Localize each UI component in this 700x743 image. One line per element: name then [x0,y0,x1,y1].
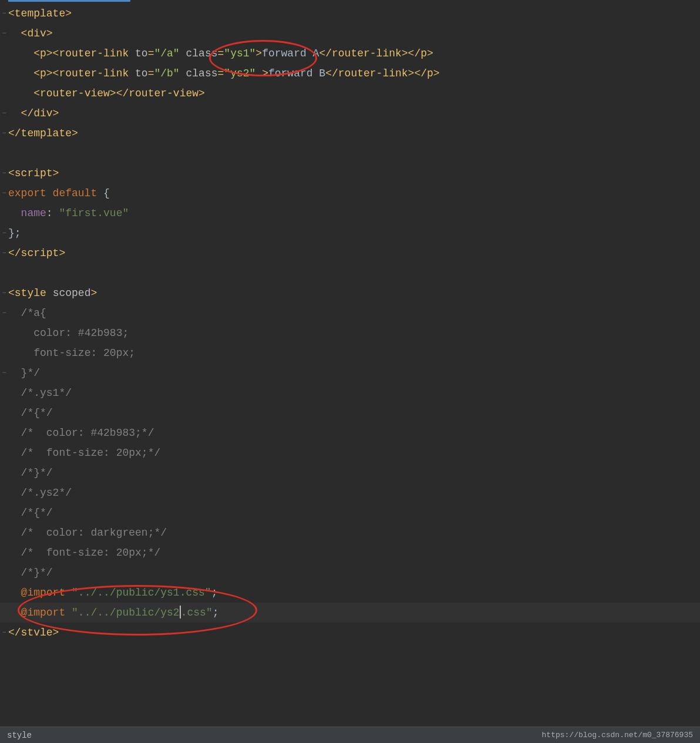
code-line[interactable]: /*{*/ [8,503,700,523]
code-token [8,547,21,559]
code-line[interactable]: /*}*/ [8,463,700,483]
code-token: : [46,207,59,219]
code-line[interactable]: }; [8,223,700,243]
code-line[interactable]: <template> [8,4,700,23]
fold-marker-icon[interactable]: − [0,123,8,143]
code-token [180,48,186,59]
code-line[interactable] [8,263,700,283]
code-line[interactable]: /*.ys1*/ [8,383,700,403]
code-token: <style [8,287,53,299]
code-token: forward B [268,68,325,79]
code-line[interactable] [8,143,700,163]
code-token: = [218,48,224,59]
code-line[interactable]: /*}*/ [8,563,700,583]
fold-marker-icon[interactable]: − [0,103,8,123]
code-line[interactable]: <p><router-link to="/b" class="ys2" >for… [8,63,700,83]
code-token: { [97,187,110,199]
code-token [8,587,21,599]
code-token: forward A [262,48,319,59]
fold-marker-icon[interactable]: − [0,303,8,323]
code-editor[interactable]: <template> <div> <p><router-link to="/a"… [0,0,700,643]
code-token: /* font-size: 20px;*/ [21,447,161,459]
code-token: "/b" [154,68,179,79]
fold-marker-icon[interactable]: − [0,223,8,243]
code-token [8,467,21,479]
code-token [8,487,21,499]
code-token: > [90,287,97,299]
code-token [8,407,21,419]
code-token: }*/ [21,367,40,379]
code-line[interactable]: name: "first.vue" [8,203,700,223]
code-token [8,507,21,519]
code-token [8,427,21,439]
code-line[interactable]: /* color: #42b983;*/ [8,423,700,443]
code-token: class [186,48,218,59]
code-line[interactable]: </div> [8,103,700,123]
code-token: "../../public/ys1.css" [72,587,211,599]
code-token: "ys1" [224,48,255,59]
code-token [8,68,33,79]
code-token: </router-link></p> [319,48,433,59]
code-line[interactable]: </template> [8,123,700,143]
code-line[interactable]: @import "../../public/ys1.css"; [8,583,700,603]
fold-marker-icon[interactable]: − [0,4,8,23]
code-token [8,447,21,459]
fold-marker-icon[interactable]: − [0,163,8,183]
fold-marker-icon[interactable]: − [0,363,8,383]
code-line[interactable]: /* font-size: 20px;*/ [8,543,700,563]
code-line[interactable]: </stvle> [8,623,700,643]
code-token: /* color: darkgreen;*/ [21,527,167,539]
code-line[interactable]: <div> [8,23,700,43]
code-line[interactable]: <router-view></router-view> [8,83,700,103]
breadcrumb[interactable]: style [7,725,32,744]
code-token: "/a" [154,48,179,59]
code-token: class [186,68,218,79]
code-token [8,527,21,539]
fold-marker-icon[interactable]: − [0,183,8,203]
code-token: /* color: #42b983;*/ [21,427,154,439]
code-line[interactable]: /*{*/ [8,403,700,423]
code-token [8,327,33,339]
code-line[interactable]: font-size: 20px; [8,343,700,363]
code-token [8,88,33,99]
code-token: ; [213,607,219,618]
fold-marker-icon[interactable]: − [0,283,8,303]
code-line[interactable]: /*.ys2*/ [8,483,700,503]
code-line[interactable]: color: #42b983; [8,323,700,343]
code-token [8,567,21,579]
status-bar: style https://blog.csdn.net/m0_37876935 [0,727,700,743]
code-token: </stvle> [8,627,59,638]
code-token: /* font-size: 20px;*/ [21,547,161,559]
code-token: </template> [8,127,78,139]
code-token [8,107,21,119]
code-line[interactable]: /*a{ [8,303,700,323]
code-line[interactable]: /* font-size: 20px;*/ [8,443,700,463]
code-token [8,347,33,359]
code-token: name [21,207,46,219]
code-line[interactable]: <style scoped> [8,283,700,303]
code-line[interactable]: <p><router-link to="/a" class="ys1">forw… [8,43,700,63]
code-token: export default [8,187,97,199]
code-token: @import [21,587,72,599]
code-token [180,68,186,79]
code-token: font-size: 20px; [33,347,135,359]
code-line[interactable]: }*/ [8,363,700,383]
code-line[interactable]: </script> [8,243,700,263]
fold-marker-icon[interactable]: − [0,23,8,43]
code-token: "../../public/ys2 [72,607,180,618]
code-token: }; [8,227,21,239]
code-token: = [148,48,154,59]
code-line[interactable]: @import "../../public/ys2.css"; [8,603,700,623]
code-line[interactable]: <script> [8,163,700,183]
code-token: "first.vue" [59,207,129,219]
code-token: > [255,48,262,59]
code-token: @import [21,607,72,618]
code-token: </ [8,247,21,259]
code-line[interactable]: /* color: darkgreen;*/ [8,523,700,543]
code-token [8,387,21,399]
code-line[interactable]: export default { [8,183,700,203]
fold-marker-icon[interactable]: − [0,243,8,263]
fold-marker-icon[interactable]: − [0,623,8,643]
code-token [8,607,21,618]
code-token: <p><router-link [33,48,135,59]
